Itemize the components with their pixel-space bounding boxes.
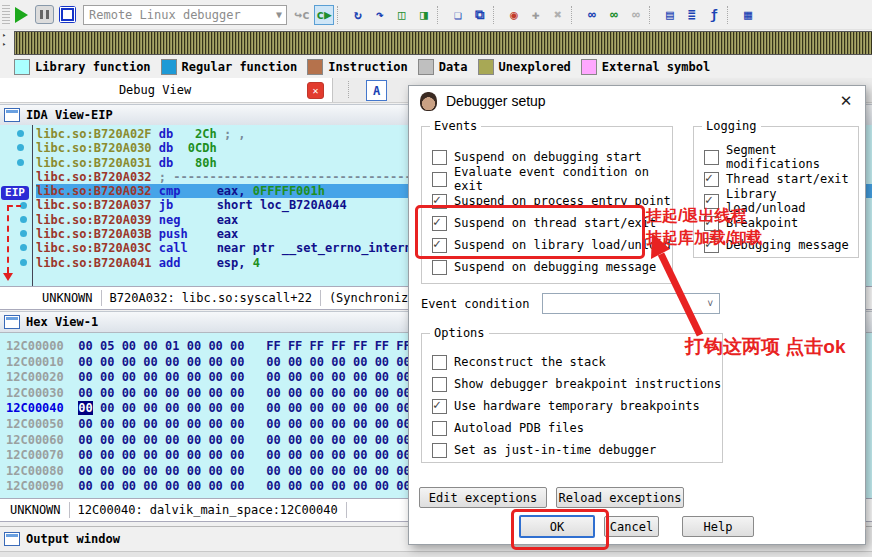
hex-byte[interactable]: 00: [100, 464, 114, 478]
hex-byte[interactable]: 00: [310, 401, 324, 415]
hex-byte[interactable]: 00: [165, 370, 179, 384]
hex-byte[interactable]: 00: [122, 355, 136, 369]
hex-byte[interactable]: 00: [208, 339, 222, 353]
hex-byte[interactable]: 00: [331, 355, 345, 369]
hex-byte[interactable]: 00: [100, 479, 114, 493]
hex-byte[interactable]: 00: [288, 464, 302, 478]
hex-byte[interactable]: 00: [208, 433, 222, 447]
hex-byte[interactable]: 00: [266, 401, 280, 415]
hex-byte[interactable]: 00: [288, 479, 302, 493]
segments-icon[interactable]: ≣: [682, 5, 702, 25]
reload-exceptions-button[interactable]: Reload exceptions: [556, 487, 684, 508]
breakpoint-dot[interactable]: [20, 244, 27, 251]
hex-byte[interactable]: 00: [353, 448, 367, 462]
hex-byte[interactable]: 00: [143, 386, 157, 400]
hex-byte[interactable]: 00: [187, 448, 201, 462]
events-checkbox-3[interactable]: Suspend on thread start/exit: [432, 215, 656, 231]
hex-byte[interactable]: 00: [230, 417, 244, 431]
windows-list-icon[interactable]: ⧉: [470, 5, 490, 25]
hex-byte[interactable]: 00: [208, 464, 222, 478]
hex-byte[interactable]: 00: [375, 448, 389, 462]
options-checkbox-4[interactable]: Set as just-in-time debugger: [432, 442, 656, 458]
hex-byte[interactable]: 00: [78, 433, 92, 447]
hex-byte[interactable]: 00: [208, 370, 222, 384]
hex-byte[interactable]: 00: [122, 479, 136, 493]
hex-byte[interactable]: 00: [266, 464, 280, 478]
options-checkbox-0[interactable]: Reconstruct the stack: [432, 354, 606, 370]
hex-byte[interactable]: 00: [288, 448, 302, 462]
hex-byte[interactable]: 00: [208, 386, 222, 400]
hex-byte[interactable]: 00: [288, 370, 302, 384]
hex-byte[interactable]: 00: [331, 448, 345, 462]
hex-byte[interactable]: 00: [187, 370, 201, 384]
hex-byte[interactable]: 00: [165, 448, 179, 462]
start-process-icon[interactable]: [11, 4, 32, 25]
step-into-icon[interactable]: ↻: [348, 5, 368, 25]
hex-byte[interactable]: 00: [143, 370, 157, 384]
hex-byte[interactable]: 00: [230, 433, 244, 447]
add-watch-icon[interactable]: ∞: [604, 5, 624, 25]
options-checkbox-3[interactable]: Autoload PDB files: [432, 420, 584, 436]
hex-byte[interactable]: FF: [331, 339, 345, 353]
hex-byte[interactable]: 00: [165, 479, 179, 493]
hex-byte[interactable]: 00: [353, 433, 367, 447]
hex-row[interactable]: 12C00040 00 00 00 00 00 00 00 00 00 00 0…: [6, 401, 440, 417]
hex-byte[interactable]: 00: [331, 401, 345, 415]
checkbox-unchecked-icon[interactable]: [432, 260, 447, 275]
watch-list-icon[interactable]: ∞: [582, 5, 602, 25]
hex-byte[interactable]: 00: [187, 386, 201, 400]
hex-row[interactable]: 12C00010 00 00 00 00 00 00 00 00 00 00 0…: [6, 355, 440, 371]
checkbox-checked-icon[interactable]: [432, 216, 447, 231]
hex-byte[interactable]: 00: [165, 464, 179, 478]
hex-byte[interactable]: 00: [230, 370, 244, 384]
hex-byte[interactable]: 00: [187, 355, 201, 369]
hex-byte[interactable]: 00: [331, 433, 345, 447]
breakpoint-dot[interactable]: [20, 202, 27, 209]
font-tool-icon[interactable]: A: [366, 80, 387, 101]
edit-exceptions-button[interactable]: Edit exceptions: [419, 487, 547, 508]
hex-byte[interactable]: FF: [266, 339, 280, 353]
hex-byte[interactable]: 00: [100, 370, 114, 384]
hex-byte[interactable]: 00: [353, 355, 367, 369]
hex-byte[interactable]: 00: [78, 448, 92, 462]
hex-byte[interactable]: 00: [122, 386, 136, 400]
breakpoint-dot[interactable]: [20, 259, 27, 266]
breakpoint-dot[interactable]: [17, 159, 24, 166]
hex-byte[interactable]: 00: [208, 401, 222, 415]
hex-byte[interactable]: 00: [310, 355, 324, 369]
hex-byte[interactable]: 00: [100, 386, 114, 400]
hex-byte[interactable]: 00: [143, 433, 157, 447]
hex-byte[interactable]: FF: [375, 339, 389, 353]
hex-byte[interactable]: 00: [331, 386, 345, 400]
delete-breakpoint-icon[interactable]: ✖: [548, 5, 568, 25]
hex-byte[interactable]: 00: [143, 355, 157, 369]
attach-to-process-icon[interactable]: ↪c: [292, 5, 312, 25]
hex-byte[interactable]: 00: [230, 401, 244, 415]
hex-byte[interactable]: 00: [375, 401, 389, 415]
logging-checkbox-0[interactable]: Segment modifications: [704, 149, 858, 165]
checkbox-unchecked-icon[interactable]: [704, 150, 719, 165]
hex-byte[interactable]: 00: [230, 448, 244, 462]
checkbox-checked-icon[interactable]: [704, 172, 719, 187]
hex-byte[interactable]: 00: [353, 417, 367, 431]
hex-row[interactable]: 12C00080 00 00 00 00 00 00 00 00 00 00 0…: [6, 464, 440, 480]
hex-byte[interactable]: 00: [100, 433, 114, 447]
options-checkbox-2[interactable]: Use hardware temporary breakpoints: [432, 398, 700, 414]
hex-byte[interactable]: FF: [288, 339, 302, 353]
hex-byte[interactable]: 00: [230, 386, 244, 400]
hex-byte[interactable]: 00: [78, 417, 92, 431]
hex-byte[interactable]: 00: [331, 417, 345, 431]
checkbox-unchecked-icon[interactable]: [432, 150, 447, 165]
checkbox-unchecked-icon[interactable]: [432, 421, 447, 436]
hex-row[interactable]: 12C00060 00 00 00 00 00 00 00 00 00 00 0…: [6, 433, 440, 449]
hex-byte[interactable]: 00: [78, 464, 92, 478]
hex-byte[interactable]: 00: [122, 370, 136, 384]
hex-byte[interactable]: 00: [208, 355, 222, 369]
hex-byte[interactable]: 00: [310, 417, 324, 431]
run-to-cursor-icon[interactable]: ◨: [414, 5, 434, 25]
stack-trace-icon[interactable]: ▦: [738, 5, 758, 25]
breakpoint-dot[interactable]: [20, 230, 27, 237]
hex-byte[interactable]: 00: [266, 355, 280, 369]
hex-byte[interactable]: 00: [375, 370, 389, 384]
hex-byte[interactable]: 00: [143, 417, 157, 431]
